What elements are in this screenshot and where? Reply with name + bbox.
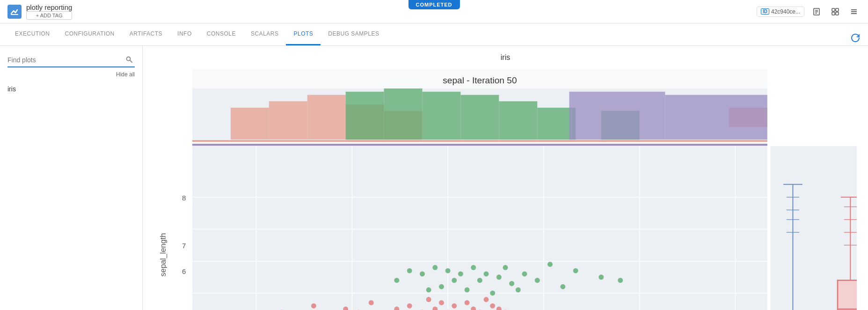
- svg-rect-21: [346, 92, 384, 140]
- plot-title: iris: [154, 53, 857, 62]
- svg-rect-16: [269, 101, 307, 140]
- add-tag-button[interactable]: + ADD TAG: [26, 11, 72, 20]
- id-value: 42c940ce...: [771, 8, 800, 15]
- plot-area: iris sepal - Iteration 50: [143, 46, 868, 310]
- svg-rect-15: [231, 108, 269, 140]
- app-icon: [7, 5, 22, 19]
- svg-point-110: [407, 268, 412, 273]
- menu-icon-button[interactable]: [847, 5, 861, 18]
- svg-rect-29: [665, 95, 767, 140]
- svg-point-133: [618, 278, 623, 283]
- svg-line-12: [130, 60, 132, 62]
- svg-text:sepal_length: sepal_length: [159, 233, 168, 277]
- nav-tabs: EXECUTION CONFIGURATION ARTIFACTS INFO C…: [0, 23, 868, 46]
- top-bar-left: plotly reporting + ADD TAG: [7, 3, 72, 20]
- chart-subtitle: sepal - Iteration 50: [443, 75, 517, 85]
- svg-point-112: [426, 288, 431, 293]
- svg-point-111: [420, 271, 425, 276]
- svg-point-106: [490, 303, 495, 309]
- tab-plots[interactable]: PLOTS: [286, 23, 321, 45]
- svg-rect-6: [832, 12, 835, 15]
- search-input[interactable]: [7, 53, 135, 67]
- refresh-button[interactable]: [850, 33, 861, 45]
- sidebar: Hide all iris: [0, 46, 143, 310]
- svg-rect-22: [384, 89, 423, 140]
- id-badge: ID 42c940ce...: [757, 7, 804, 17]
- id-label: ID: [761, 8, 769, 15]
- svg-rect-28: [569, 92, 665, 140]
- app-title: plotly reporting: [26, 3, 72, 11]
- svg-point-117: [458, 271, 463, 276]
- svg-point-126: [516, 288, 521, 293]
- svg-point-120: [477, 278, 482, 283]
- svg-point-127: [522, 271, 527, 276]
- svg-point-114: [439, 284, 444, 289]
- svg-point-122: [490, 290, 495, 295]
- svg-point-116: [452, 278, 457, 283]
- svg-point-11: [127, 57, 131, 61]
- svg-rect-4: [832, 8, 835, 11]
- svg-point-128: [535, 278, 540, 283]
- doc-icon-button[interactable]: [810, 5, 823, 18]
- layout-icon-button[interactable]: [829, 5, 842, 18]
- svg-point-105: [484, 297, 489, 302]
- svg-point-124: [503, 265, 508, 270]
- tab-info[interactable]: INFO: [170, 23, 199, 45]
- main-content: Hide all iris iris sepal - Iteration 50: [0, 46, 868, 310]
- svg-point-96: [426, 297, 431, 302]
- svg-point-119: [471, 265, 476, 270]
- svg-point-100: [452, 303, 457, 309]
- svg-point-102: [465, 300, 470, 305]
- svg-point-118: [465, 288, 470, 293]
- plot-item-iris[interactable]: iris: [7, 83, 135, 95]
- top-bar: plotly reporting + ADD TAG COMPLETED ID …: [0, 0, 868, 23]
- svg-point-86: [311, 303, 316, 309]
- svg-point-90: [369, 300, 374, 305]
- svg-point-123: [496, 274, 502, 280]
- tab-console[interactable]: CONSOLE: [199, 23, 243, 45]
- search-container: [7, 53, 135, 67]
- svg-point-131: [573, 268, 578, 273]
- tab-execution[interactable]: EXECUTION: [7, 23, 58, 45]
- svg-rect-25: [499, 101, 537, 140]
- svg-rect-32: [192, 146, 767, 310]
- svg-rect-7: [836, 12, 839, 15]
- svg-point-98: [439, 300, 444, 305]
- svg-rect-23: [422, 92, 460, 140]
- svg-point-130: [560, 284, 565, 289]
- svg-rect-147: [838, 280, 857, 310]
- svg-point-121: [484, 271, 489, 276]
- search-icon: [125, 56, 133, 65]
- tab-scalars[interactable]: SCALARS: [243, 23, 286, 45]
- svg-text:6: 6: [182, 267, 186, 275]
- tab-configuration[interactable]: CONFIGURATION: [58, 23, 122, 45]
- svg-point-115: [445, 268, 451, 273]
- svg-point-113: [432, 265, 438, 270]
- svg-rect-24: [460, 95, 499, 140]
- svg-text:7: 7: [182, 242, 186, 250]
- completed-badge: COMPLETED: [408, 0, 460, 9]
- svg-rect-5: [836, 8, 839, 11]
- svg-rect-17: [307, 95, 346, 140]
- svg-point-132: [598, 274, 604, 280]
- svg-text:8: 8: [182, 194, 186, 202]
- top-bar-right: ID 42c940ce...: [757, 5, 861, 18]
- svg-point-129: [547, 262, 553, 267]
- svg-point-109: [394, 278, 399, 283]
- tab-debug-samples[interactable]: DEBUG SAMPLES: [321, 23, 387, 45]
- svg-point-125: [509, 281, 514, 286]
- svg-point-94: [407, 303, 412, 309]
- hide-all-button[interactable]: Hide all: [7, 71, 135, 78]
- iris-chart: sepal - Iteration 50: [154, 69, 857, 310]
- tab-artifacts[interactable]: ARTIFACTS: [122, 23, 170, 45]
